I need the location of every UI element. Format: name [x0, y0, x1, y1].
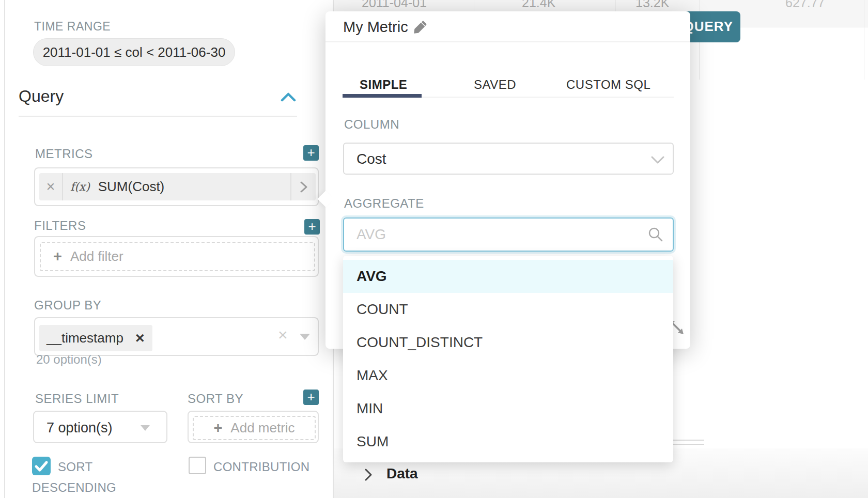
table-gridline: [864, 0, 864, 80]
add-sort-metric-label: Add metric: [230, 420, 295, 436]
chevron-down-icon: [651, 156, 664, 164]
add-sort-metric-plus-button[interactable]: +: [303, 390, 319, 405]
section-divider: [19, 116, 297, 117]
time-range-chip[interactable]: 2011-01-01 ≤ col < 2011-06-30: [33, 38, 235, 66]
search-icon: [648, 227, 663, 242]
edit-pencil-icon[interactable]: [412, 21, 427, 35]
metric-chip-label: SUM(Cost): [98, 179, 165, 195]
plus-icon: +: [53, 248, 62, 265]
group-by-label: GROUP BY: [34, 298, 101, 313]
metrics-label: METRICS: [35, 147, 93, 161]
contribution-option[interactable]: CONTRIBUTION: [189, 457, 333, 477]
chevron-right-icon[interactable]: [364, 468, 373, 481]
sort-by-label: SORT BY: [188, 392, 243, 406]
add-filter-plus-button[interactable]: +: [304, 219, 320, 235]
remove-tag-icon[interactable]: ✕: [135, 331, 145, 346]
sort-by-container: + Add metric: [188, 411, 319, 443]
aggregate-search-input[interactable]: [343, 217, 674, 252]
filters-container: + Add filter: [34, 236, 319, 277]
menu-option-avg[interactable]: AVG: [343, 260, 673, 293]
metric-expand-control[interactable]: [290, 173, 316, 200]
aggregate-options-menu: AVG COUNT COUNT_DISTINCT MAX MIN SUM: [343, 256, 673, 462]
tab-saved[interactable]: SAVED: [474, 77, 516, 92]
popover-header-divider: [326, 41, 690, 42]
aggregate-input-wrap: [343, 217, 674, 252]
metric-chip[interactable]: × f(x) SUM(Cost): [39, 173, 316, 200]
group-by-select[interactable]: __timestamp ✕ ×: [34, 317, 319, 356]
metrics-container: × f(x) SUM(Cost): [34, 167, 319, 206]
sort-descending-option[interactable]: SORT DESCENDING: [32, 457, 130, 498]
menu-option-count[interactable]: COUNT: [343, 293, 673, 326]
plus-icon: +: [213, 419, 222, 437]
table-cell-timestamp: 2011-04-01: [362, 0, 427, 10]
series-limit-select[interactable]: 7 option(s): [33, 411, 167, 443]
aggregate-label: AGGREGATE: [344, 196, 424, 211]
caret-down-icon: [141, 425, 150, 431]
add-sort-metric-button[interactable]: + Add metric: [193, 416, 316, 440]
series-limit-value: 7 option(s): [47, 420, 113, 436]
check-icon: [32, 457, 51, 475]
time-range-value: 2011-01-01 ≤ col < 2011-06-30: [43, 44, 226, 60]
menu-option-count-distinct[interactable]: COUNT_DISTINCT: [343, 326, 673, 359]
group-by-tag-label: __timestamp: [47, 330, 123, 346]
menu-option-max[interactable]: MAX: [343, 359, 673, 392]
column-label: COLUMN: [344, 117, 399, 132]
group-by-options-hint: 20 option(s): [36, 352, 102, 367]
panel-left-edge: [4, 0, 5, 498]
table-cell-value: 627.77: [785, 0, 825, 10]
checkbox-unchecked[interactable]: [189, 457, 206, 474]
active-tab-ink-bar: [343, 94, 422, 98]
explore-view: 2011-04-01 00:00:00 21.4K 13.2K 627.77 R…: [0, 0, 868, 498]
add-filter-button[interactable]: + Add filter: [40, 242, 315, 271]
add-filter-label: Add filter: [70, 248, 123, 264]
remove-metric-icon[interactable]: ×: [39, 173, 63, 200]
query-section-title: Query: [19, 87, 64, 106]
menu-option-sum[interactable]: SUM: [343, 425, 673, 458]
caret-down-icon[interactable]: [300, 334, 310, 340]
metric-title: My Metric: [343, 19, 408, 36]
time-range-label: TIME RANGE: [34, 20, 111, 34]
clear-select-icon[interactable]: ×: [278, 325, 288, 345]
table-cell-value: 21.4K: [522, 0, 555, 10]
popover-arrow: [317, 191, 333, 207]
function-icon: f(x): [70, 180, 90, 193]
menu-option-min[interactable]: MIN: [343, 392, 673, 425]
contribution-label: CONTRIBUTION: [213, 460, 309, 474]
table-cell-value: 13.2K: [636, 0, 669, 10]
filters-label: FILTERS: [34, 219, 86, 233]
group-by-tag[interactable]: __timestamp ✕: [39, 325, 152, 351]
tab-simple[interactable]: SIMPLE: [360, 77, 407, 92]
column-select[interactable]: Cost: [343, 143, 674, 175]
series-limit-label: SERIES LIMIT: [35, 392, 119, 406]
add-metric-button[interactable]: +: [303, 145, 319, 161]
tab-custom-sql[interactable]: CUSTOM SQL: [566, 77, 650, 92]
chevron-right-icon: [300, 181, 307, 193]
column-value: Cost: [357, 151, 386, 167]
checkbox-checked[interactable]: [32, 457, 51, 475]
data-panel-title: Data: [386, 465, 418, 482]
collapse-chevron-up-icon[interactable]: [281, 92, 296, 102]
